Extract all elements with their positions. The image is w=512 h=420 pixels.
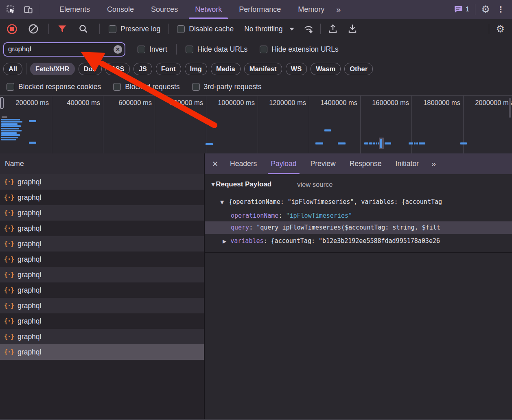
issues-message-icon[interactable] [454,5,463,13]
hide-data-urls-label: Hide data URLs [197,45,248,54]
search-icon[interactable] [78,24,89,34]
export-har-icon[interactable] [348,24,357,34]
settings-gear-icon[interactable]: ⚙ [481,4,490,14]
inspect-element-icon[interactable] [6,4,16,15]
timeline-drag-handle[interactable] [0,97,4,109]
chip-all[interactable]: All [3,63,22,75]
json-file-icon: {·} [4,225,14,232]
timeline-tick-label: 1800000 ms [414,99,460,107]
tab-payload[interactable]: Payload [264,153,303,174]
chip-font[interactable]: Font [156,63,181,75]
timeline-tick-label: 1200000 ms [259,99,306,107]
request-row[interactable]: {·}graphql [0,190,204,205]
disable-cache-checkbox[interactable] [177,25,185,33]
throttling-select[interactable]: No throttling [244,25,282,33]
chip-js[interactable]: JS [133,63,152,75]
blocked-response-cookies-label: Blocked response cookies [18,83,101,91]
json-file-icon: {·} [4,287,14,294]
device-toolbar-icon[interactable] [23,4,33,15]
request-row[interactable]: {·}graphql [0,174,204,190]
request-detail-panel: ✕ Headers Payload Preview Response Initi… [205,153,512,420]
hide-data-urls-checkbox[interactable] [186,46,193,53]
blocked-requests-checkbox[interactable] [113,83,121,91]
clear-filter-icon[interactable]: ✕ [114,45,122,54]
tab-headers[interactable]: Headers [223,153,264,174]
import-har-icon[interactable] [328,24,338,34]
request-row[interactable]: {·}graphql [0,298,204,313]
chip-other[interactable]: Other [344,63,373,75]
tab-elements[interactable]: Elements [51,0,98,19]
request-row[interactable]: {·}graphql [0,282,204,298]
tab-memory[interactable]: Memory [289,0,333,19]
payload-divider [205,252,512,253]
more-tabs-icon[interactable]: » [336,5,340,14]
filter-funnel-icon[interactable] [57,24,68,34]
network-conditions-icon[interactable] [303,24,314,34]
request-row[interactable]: {·}graphql [0,205,204,221]
tab-sources[interactable]: Sources [142,0,186,19]
timeline-tick-label: 1400000 ms [311,99,357,107]
request-row[interactable]: {·}graphql [0,236,204,252]
record-button[interactable] [7,24,18,35]
blocked-response-cookies-checkbox[interactable] [7,83,14,91]
name-column-header[interactable]: Name [5,160,24,168]
tab-console[interactable]: Console [98,0,142,19]
timeline-gridline [258,96,258,154]
expand-variables-icon[interactable]: ▶ [223,238,226,244]
request-row[interactable]: {·}graphql [0,267,204,282]
third-party-requests-checkbox[interactable] [192,83,200,91]
blocked-requests-label: Blocked requests [125,83,179,91]
json-file-icon: {·} [4,317,14,325]
network-settings-gear-icon[interactable]: ⚙ [496,24,505,34]
tab-response[interactable]: Response [343,153,389,174]
chip-wasm[interactable]: Wasm [311,63,341,75]
timeline-gridline [52,96,52,154]
chip-manifest[interactable]: Manifest [244,63,282,75]
preserve-log-checkbox[interactable] [109,25,116,33]
timeline-tick-label: 2000000 ms [465,99,512,107]
chip-css[interactable]: CSS [105,63,130,75]
close-detail-icon[interactable]: ✕ [212,160,218,168]
filter-input[interactable] [4,45,125,53]
timeline-gridline [463,96,464,154]
request-row[interactable]: {·}graphql [0,252,204,267]
chip-img[interactable]: Img [185,63,207,75]
view-source-link[interactable]: view source [297,181,333,188]
tab-preview[interactable]: Preview [304,153,343,174]
timeline-tick-label: 200000 ms [2,99,49,107]
clear-network-log-icon[interactable] [28,24,39,34]
timeline-gridline [309,96,309,154]
timeline-gridline [360,96,361,154]
timeline-tick-label: 800000 ms [156,99,203,107]
divider [320,24,321,34]
throttling-caret-icon[interactable] [289,28,294,31]
network-overview-timeline[interactable]: 200000 ms 400000 ms 600000 ms 800000 ms … [0,95,512,154]
overflow-menu-icon[interactable]: ⋮ [497,4,505,14]
request-row-selected[interactable]: {·}graphql [0,344,204,360]
collapse-object-icon[interactable]: ▼ [220,199,224,205]
tab-initiator[interactable]: Initiator [389,153,426,174]
request-row[interactable]: {·}graphql [0,313,204,329]
chip-ws[interactable]: WS [286,63,307,75]
invert-checkbox[interactable] [138,46,145,53]
request-list: {·}graphql {·}graphql {·}graphql {·}grap… [0,174,204,420]
timeline-scrollbar[interactable] [509,98,511,118]
collapse-section-icon[interactable]: ▼ [211,182,215,187]
tab-network[interactable]: Network [186,0,230,19]
hide-extension-urls-label: Hide extension URLs [271,45,338,54]
more-detail-tabs-icon[interactable]: » [431,159,435,168]
timeline-gridline [411,96,412,154]
chip-fetch-xhr[interactable]: Fetch/XHR [30,63,74,75]
divider [40,4,40,15]
chip-doc[interactable]: Doc [79,63,102,75]
timeline-tick-label: 1000000 ms [208,99,255,107]
tab-performance[interactable]: Performance [230,0,289,19]
request-row[interactable]: {·}graphql [0,329,204,344]
json-file-icon: {·} [4,256,14,263]
request-row[interactable]: {·}graphql [0,221,204,236]
chip-media[interactable]: Media [211,63,241,75]
hide-extension-urls-checkbox[interactable] [260,46,267,53]
preserve-log-label: Preserve log [120,25,160,33]
payload-variables-line: ▶variables: {accountTag: "b12e3b2192ee55… [223,237,440,245]
json-file-icon: {·} [4,333,14,340]
